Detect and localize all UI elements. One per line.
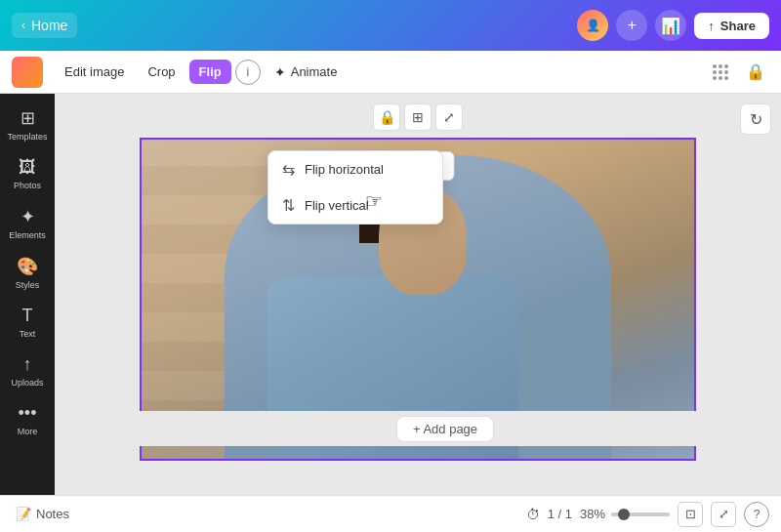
lock-selection-button[interactable]: 🔒	[373, 103, 400, 131]
selection-toolbar: 🔒 ⊞ ⤢	[373, 103, 463, 131]
zoom-control: 38%	[580, 507, 670, 521]
app-logo	[12, 57, 43, 88]
sidebar-item-photos[interactable]: 🖼 Photos	[0, 151, 55, 196]
toolbar: Edit image Crop Flip i ✦ Animate 🔒	[0, 51, 781, 94]
refresh-icon: ↻	[750, 110, 762, 129]
back-button[interactable]: ‹ Home	[12, 13, 77, 38]
flip-vertical-item[interactable]: ⇅ Flip vertical	[268, 187, 442, 224]
add-button[interactable]: +	[616, 10, 647, 41]
templates-icon: ⊞	[21, 107, 35, 129]
page-indicator: 1 / 1	[548, 507, 572, 521]
add-page-button[interactable]: + Add page	[396, 416, 494, 442]
photos-icon: 🖼	[19, 157, 36, 178]
expand-selection-button[interactable]: ⤢	[435, 103, 463, 131]
timer-icon: ⏱	[526, 507, 540, 522]
crop-button[interactable]: Crop	[138, 60, 185, 84]
notes-button[interactable]: 📝 Notes	[8, 503, 77, 525]
analytics-icon[interactable]: 📊	[655, 10, 686, 41]
toolbar-right: 🔒	[707, 59, 769, 86]
refresh-button[interactable]: ↻	[740, 103, 771, 135]
flip-horizontal-item[interactable]: ⇆ Flip horizontal	[268, 151, 442, 187]
fullscreen-icon: ⤢	[719, 507, 729, 521]
nav-right: 👤 + 📊 ↑ Share	[577, 10, 769, 41]
sidebar-item-uploads[interactable]: ↑ Uploads	[0, 348, 55, 393]
animate-button[interactable]: ✦ Animate	[265, 60, 348, 85]
back-label: Home	[31, 18, 67, 33]
text-icon: T	[22, 306, 33, 326]
share-button[interactable]: ↑ Share	[694, 13, 769, 39]
info-button[interactable]: i	[235, 60, 261, 85]
sidebar-item-styles[interactable]: 🎨 Styles	[0, 250, 55, 296]
top-nav: ‹ Home 👤 + 📊 ↑ Share	[0, 0, 781, 51]
avatar[interactable]: 👤	[577, 10, 608, 41]
chevron-left-icon: ‹	[21, 19, 25, 32]
flip-horizontal-icon: ⇆	[282, 160, 295, 179]
notes-icon: 📝	[16, 507, 31, 521]
grid-dots-button[interactable]	[707, 59, 734, 86]
grid-selection-button[interactable]: ⊞	[404, 103, 432, 131]
lock-button[interactable]: 🔒	[742, 59, 769, 86]
elements-icon: ✦	[21, 206, 35, 227]
styles-icon: 🎨	[17, 256, 38, 277]
main-layout: ⊞ Templates 🖼 Photos ✦ Elements 🎨 Styles…	[0, 94, 781, 495]
status-bar: 📝 Notes ⏱ 1 / 1 38% ⊡ ⤢ ?	[0, 495, 781, 532]
sidebar-item-elements[interactable]: ✦ Elements	[0, 200, 55, 246]
zoom-label: 38%	[580, 507, 605, 521]
fullscreen-button[interactable]: ⤢	[711, 502, 736, 527]
uploads-icon: ↑	[23, 354, 32, 375]
fit-page-button[interactable]: ⊡	[678, 502, 703, 527]
more-icon: •••	[19, 403, 37, 424]
sidebar: ⊞ Templates 🖼 Photos ✦ Elements 🎨 Styles…	[0, 94, 55, 495]
help-button[interactable]: ?	[744, 502, 769, 527]
fit-icon: ⊡	[685, 507, 696, 521]
share-icon: ↑	[708, 19, 715, 33]
flip-vertical-icon: ⇅	[282, 196, 295, 215]
zoom-slider[interactable]	[611, 512, 670, 516]
sidebar-item-templates[interactable]: ⊞ Templates	[0, 102, 55, 147]
edit-image-button[interactable]: Edit image	[55, 60, 134, 84]
add-page-bar: + Add page	[109, 411, 781, 446]
flip-button[interactable]: Flip	[189, 60, 231, 84]
sidebar-item-more[interactable]: ••• More	[0, 397, 55, 442]
sidebar-item-text[interactable]: T Text	[0, 300, 55, 345]
flip-dropdown-menu: ⇆ Flip horizontal ⇅ Flip vertical	[267, 150, 443, 225]
animate-icon: ✦	[274, 64, 286, 80]
canvas-area: 🔒 ⊞ ⤢ ↻ 🗑	[55, 94, 781, 495]
